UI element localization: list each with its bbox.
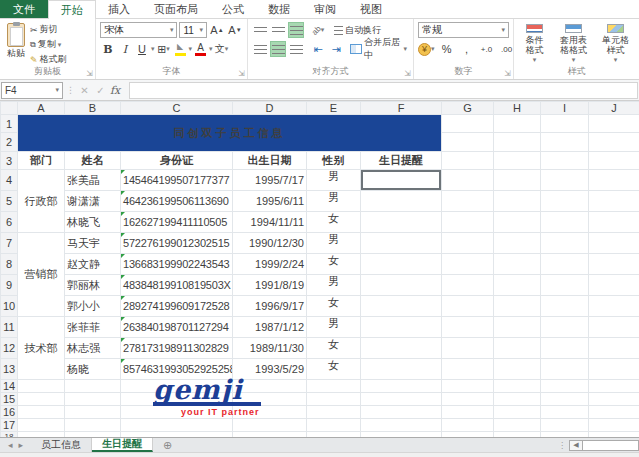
cell-birthdate[interactable]: 1989/11/30 [233,338,307,359]
cell-birthdate[interactable]: 1987/1/12 [233,317,307,338]
enter-icon[interactable]: ✓ [94,85,107,96]
cell[interactable] [494,233,541,254]
cell[interactable] [541,170,589,191]
select-all-corner[interactable] [1,102,18,115]
cell[interactable] [589,406,639,419]
cell[interactable] [442,380,494,393]
increase-indent-button[interactable]: ⇥ [328,41,344,57]
cell-gender[interactable]: 男 [307,191,361,212]
font-name-combobox[interactable]: 宋体▾ [100,22,177,38]
tab-view[interactable]: 视图 [348,0,394,18]
cell-name[interactable]: 马天宇 [65,233,121,254]
scroll-left-icon[interactable]: ◀ [569,440,583,451]
cell[interactable] [541,212,589,233]
merge-center-button[interactable]: 合并后居中▾ [348,42,409,57]
row-header-7[interactable]: 7 [1,233,18,254]
tab-formulas[interactable]: 公式 [210,0,256,18]
cell-birthdate[interactable]: 1994/11/11 [233,212,307,233]
cell[interactable] [442,115,494,133]
cell[interactable] [233,419,307,432]
cell[interactable] [361,380,442,393]
row-header-4[interactable]: 4 [1,170,18,191]
row-header-9[interactable]: 9 [1,275,18,296]
cell-name[interactable]: 张菲菲 [65,317,121,338]
cell-reminder[interactable] [361,212,442,233]
sheet-nav-left-icon[interactable]: ◂ [8,440,13,450]
cell[interactable] [494,133,541,152]
cell[interactable] [589,419,639,432]
cell[interactable] [541,152,589,170]
cell[interactable] [589,170,639,191]
sheet-tab-employee-info[interactable]: 员工信息 [31,438,92,452]
cell-id[interactable]: 572276199012302515 [121,233,233,254]
cell[interactable] [541,338,589,359]
increase-decimal-button[interactable]: +.0 [479,41,495,57]
cell-birthdate[interactable]: 1995/6/11 [233,191,307,212]
font-color-button[interactable]: A [193,42,208,57]
cell[interactable] [494,254,541,275]
cell-id[interactable]: 145464199507177377 [121,170,233,191]
cell-id[interactable]: 162627199411110505 [121,212,233,233]
cell[interactable] [442,359,494,380]
cut-button[interactable]: ✂剪切 [28,22,69,37]
column-header-c[interactable]: C [121,102,233,115]
alignment-dialog-launcher-icon[interactable]: ⇲ [404,69,411,78]
tab-page-layout[interactable]: 页面布局 [142,0,210,18]
cancel-icon[interactable]: ✕ [78,85,91,96]
cell[interactable] [442,212,494,233]
chevron-down-icon[interactable]: ▾ [189,45,193,53]
cell[interactable] [589,115,639,133]
cell[interactable] [65,406,121,419]
column-header-g[interactable]: G [442,102,494,115]
align-top-button[interactable] [252,22,268,38]
row-header-3[interactable]: 3 [1,152,18,170]
cell[interactable] [589,296,639,317]
cell-birthdate[interactable]: 1990/12/30 [233,233,307,254]
cell[interactable] [541,275,589,296]
cell-birthdate[interactable]: 1999/2/24 [233,254,307,275]
cell[interactable] [589,393,639,406]
copy-button[interactable]: ⧉复制▾ [28,37,69,52]
cell[interactable] [541,191,589,212]
column-header-h[interactable]: H [494,102,541,115]
cell[interactable] [494,406,541,419]
cell-reminder[interactable] [361,191,442,212]
cell[interactable] [541,359,589,380]
cell-reminder[interactable] [361,233,442,254]
cell-reminder[interactable] [361,254,442,275]
font-dialog-launcher-icon[interactable]: ⇲ [238,69,245,78]
cell[interactable] [442,191,494,212]
tab-home[interactable]: 开始 [48,0,96,19]
cell[interactable] [494,380,541,393]
cell[interactable] [494,115,541,133]
cell[interactable] [589,317,639,338]
new-sheet-button[interactable]: ⊕ [153,438,182,452]
cell-name[interactable]: 郭小小 [65,296,121,317]
underline-button[interactable]: U [134,41,150,57]
cell[interactable] [589,359,639,380]
header-cell-birthdate[interactable]: 出生日期 [233,152,307,170]
column-header-e[interactable]: E [307,102,361,115]
row-header-11[interactable]: 11 [1,317,18,338]
cell[interactable] [589,275,639,296]
cell[interactable] [442,419,494,432]
header-cell-reminder[interactable]: 生日提醒 [361,152,442,170]
cell[interactable] [18,419,65,432]
cell[interactable] [65,393,121,406]
row-header-14[interactable]: 14 [1,380,18,393]
align-right-button[interactable] [288,41,304,57]
row-header-6[interactable]: 6 [1,212,18,233]
cell[interactable] [65,380,121,393]
fill-color-button[interactable]: ◣ [173,42,188,57]
formula-input[interactable] [129,82,638,99]
cell[interactable] [442,254,494,275]
scrollbar-track[interactable] [583,440,639,451]
cell-gender[interactable]: 男 [307,275,361,296]
cell-name[interactable]: 谢潇潇 [65,191,121,212]
decrease-decimal-button[interactable]: .00 [499,41,515,57]
cell[interactable] [494,393,541,406]
cell[interactable] [494,359,541,380]
cell[interactable] [541,254,589,275]
cell-gender[interactable]: 女 [307,338,361,359]
tab-scrollbar-splitter[interactable]: ⋮ [555,438,569,452]
